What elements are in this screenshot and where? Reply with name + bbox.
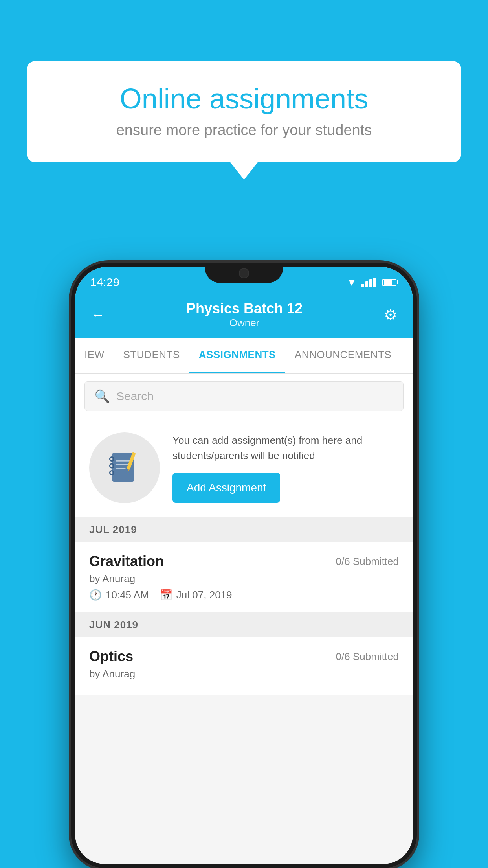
search-placeholder: Search: [116, 390, 154, 403]
assignment-date-value: Jul 07, 2019: [176, 589, 232, 601]
info-text: You can add assignment(s) from here and …: [172, 433, 399, 463]
speech-bubble-subtitle: ensure more practice for your students: [52, 122, 436, 139]
back-button[interactable]: ←: [91, 307, 105, 323]
info-card: You can add assignment(s) from here and …: [75, 418, 413, 517]
notebook-icon-circle: [89, 432, 160, 503]
status-icons: ▼: [347, 276, 396, 289]
tab-announcements[interactable]: ANNOUNCEMENTS: [285, 338, 401, 373]
assignment-author-optics: by Anurag: [89, 668, 399, 680]
svg-rect-1: [116, 460, 131, 462]
settings-icon[interactable]: ⚙: [384, 306, 397, 324]
tab-assignments[interactable]: ASSIGNMENTS: [189, 338, 285, 373]
phone-screen: 14:29 ▼ ← Phys: [75, 267, 413, 864]
clock-icon: 🕐: [89, 589, 102, 601]
info-card-right: You can add assignment(s) from here and …: [172, 433, 399, 503]
assignment-submitted-optics: 0/6 Submitted: [336, 651, 399, 663]
assignment-item-optics[interactable]: Optics 0/6 Submitted by Anurag: [75, 637, 413, 695]
search-icon: 🔍: [94, 389, 110, 404]
tab-students[interactable]: STUDENTS: [114, 338, 189, 373]
assignment-top-row-optics: Optics 0/6 Submitted: [89, 648, 399, 665]
tab-overview[interactable]: IEW: [75, 338, 114, 373]
phone-camera: [239, 268, 249, 278]
phone-notch: [205, 263, 283, 283]
notebook-icon: [105, 448, 144, 487]
speech-bubble-title: Online assignments: [52, 83, 436, 115]
app-header: ← Physics Batch 12 Owner ⚙: [75, 293, 413, 338]
status-time: 14:29: [90, 276, 119, 289]
assignment-date: 📅 Jul 07, 2019: [160, 589, 232, 601]
assignment-title: Gravitation: [89, 553, 164, 570]
signal-bars-icon: [361, 278, 376, 287]
assignment-meta: 🕐 10:45 AM 📅 Jul 07, 2019: [89, 589, 399, 601]
header-title: Physics Batch 12: [186, 300, 303, 317]
phone-outer: 14:29 ▼ ← Phys: [71, 263, 417, 868]
tabs-container: IEW STUDENTS ASSIGNMENTS ANNOUNCEMENTS: [75, 338, 413, 374]
assignment-top-row: Gravitation 0/6 Submitted: [89, 553, 399, 570]
search-bar[interactable]: 🔍 Search: [84, 381, 404, 411]
assignment-item-gravitation[interactable]: Gravitation 0/6 Submitted by Anurag 🕐 10…: [75, 542, 413, 612]
wifi-icon: ▼: [347, 276, 357, 289]
assignment-time-value: 10:45 AM: [106, 589, 149, 601]
header-subtitle: Owner: [186, 317, 303, 329]
speech-bubble: Online assignments ensure more practice …: [27, 61, 461, 162]
section-jul-2019: JUL 2019: [75, 517, 413, 542]
header-center: Physics Batch 12 Owner: [186, 300, 303, 329]
battery-icon: [382, 279, 396, 286]
assignment-title-optics: Optics: [89, 648, 133, 665]
assignment-time: 🕐 10:45 AM: [89, 589, 149, 601]
add-assignment-button[interactable]: Add Assignment: [172, 473, 280, 503]
speech-bubble-container: Online assignments ensure more practice …: [27, 61, 461, 162]
search-container: 🔍 Search: [75, 374, 413, 418]
phone-mockup: 14:29 ▼ ← Phys: [71, 263, 417, 868]
assignment-submitted: 0/6 Submitted: [336, 555, 399, 568]
assignment-author: by Anurag: [89, 573, 399, 585]
section-jun-2019: JUN 2019: [75, 612, 413, 637]
svg-rect-3: [116, 468, 126, 469]
calendar-icon: 📅: [160, 589, 172, 601]
